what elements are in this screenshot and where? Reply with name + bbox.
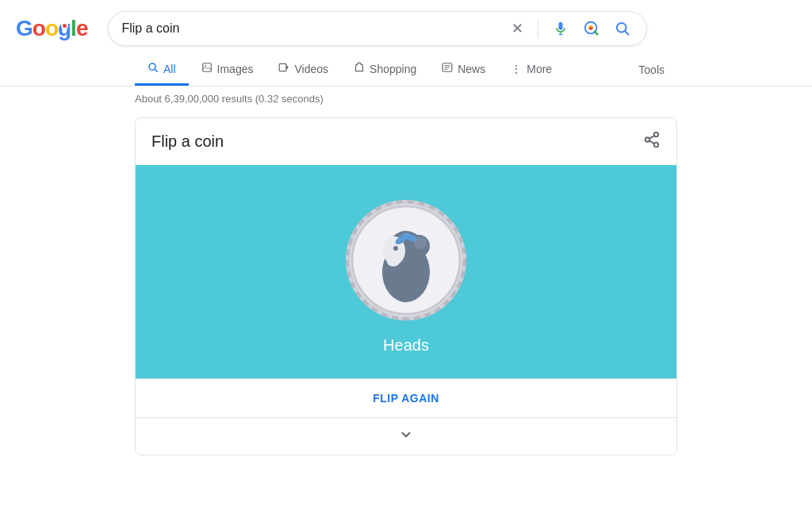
shopping-nav-icon (354, 62, 365, 73)
search-input[interactable]: Flip a coin (121, 21, 508, 36)
logo-l: l (71, 16, 76, 41)
flip-again-button[interactable]: FLIP AGAIN (373, 392, 439, 405)
share-button[interactable] (643, 131, 661, 152)
tab-news[interactable]: News (429, 54, 498, 86)
nav-tabs: All Images Videos Shopping (0, 54, 812, 86)
chevron-down-icon (399, 428, 413, 445)
svg-point-30 (393, 246, 398, 251)
expand-button[interactable] (136, 417, 676, 455)
news-nav-icon (442, 62, 453, 73)
search-nav-icon (147, 62, 159, 73)
tab-more-label: More (527, 63, 552, 75)
tab-news-label: News (458, 63, 485, 75)
google-logo[interactable]: Google (16, 16, 87, 41)
tab-more[interactable]: ⋮ More (498, 55, 565, 86)
coin-result-text: Heads (383, 336, 429, 355)
tab-videos[interactable]: Videos (266, 54, 341, 86)
search-icon (615, 21, 630, 36)
chevron-svg (399, 428, 413, 442)
flip-again-label: FLIP AGAIN (373, 392, 439, 405)
tab-shopping-label: Shopping (370, 63, 416, 75)
more-dots-icon: ⋮ (511, 63, 522, 75)
lens-icon (583, 20, 600, 37)
logo-o2: o (45, 16, 58, 41)
svg-line-20 (649, 136, 654, 139)
svg-line-19 (649, 140, 654, 144)
header: Google Flip a coin ✕ (0, 0, 812, 54)
all-icon (147, 62, 159, 75)
svg-rect-10 (280, 63, 287, 71)
mic-icon (553, 21, 569, 36)
search-button[interactable] (611, 17, 634, 40)
svg-rect-26 (398, 267, 414, 281)
share-icon (643, 131, 661, 148)
svg-line-5 (625, 31, 629, 35)
logo-g: G (16, 16, 33, 41)
logo-g2-wrap: g (58, 16, 71, 41)
flip-again-area: FLIP AGAIN (136, 378, 676, 417)
search-icon-group: ✕ (508, 17, 634, 40)
tab-all-label: All (163, 63, 176, 75)
svg-marker-11 (286, 65, 289, 70)
svg-rect-8 (202, 63, 211, 72)
image-search-button[interactable] (580, 17, 603, 40)
tools-button[interactable]: Tools (626, 56, 677, 84)
tab-images-label: Images (217, 63, 254, 75)
logo-e: e (76, 16, 88, 41)
svg-point-29 (387, 257, 400, 267)
card-header: Flip a coin (136, 118, 676, 165)
coin-svg (343, 197, 469, 324)
news-icon (442, 62, 453, 75)
svg-point-17 (645, 137, 650, 142)
coin-display-area[interactable]: Heads (136, 165, 676, 378)
svg-point-18 (654, 143, 659, 148)
tab-shopping[interactable]: Shopping (341, 54, 429, 86)
svg-point-9 (205, 65, 206, 67)
tools-label: Tools (638, 63, 665, 76)
results-info: About 6,39,00,000 results (0.32 seconds) (0, 86, 812, 111)
logo-o1: o (33, 16, 45, 41)
results-count: About 6,39,00,000 results (0.32 seconds) (135, 93, 324, 105)
images-nav-icon (201, 62, 213, 73)
svg-point-16 (654, 132, 659, 137)
svg-point-31 (385, 252, 392, 257)
logo-dot (61, 22, 68, 29)
search-bar: Flip a coin ✕ (108, 11, 647, 46)
tab-videos-label: Videos (294, 63, 328, 75)
videos-icon (278, 62, 289, 75)
clear-button[interactable]: ✕ (508, 17, 527, 40)
divider (538, 19, 538, 38)
shopping-icon (354, 62, 365, 75)
coin-image (343, 197, 469, 324)
tab-images[interactable]: Images (189, 54, 266, 86)
videos-nav-icon (278, 62, 289, 73)
card-title: Flip a coin (151, 132, 224, 151)
flip-coin-card: Flip a coin (135, 117, 677, 455)
tab-all[interactable]: All (135, 54, 189, 86)
voice-search-button[interactable] (550, 17, 572, 40)
images-icon (201, 62, 213, 75)
svg-line-7 (155, 69, 157, 71)
